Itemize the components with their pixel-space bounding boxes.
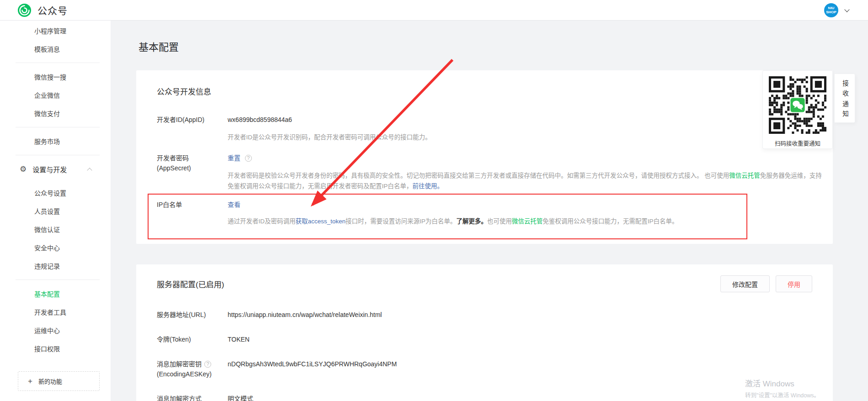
dev-info-card: 公众号开发信息 开发者ID(AppID) wx6899bcd8598844a6 … — [136, 70, 833, 244]
qr-caption: 扫码接收重要通知 — [763, 139, 832, 148]
receive-notifications-tab[interactable]: 接收通知 — [834, 74, 855, 123]
sidebar: 小程序管理 模板消息 微信搜一搜 企业微信 微信支付 服务市场 ⚙ 设置与开发 … — [0, 21, 111, 401]
receive-notifications-label: 接收通知 — [840, 76, 849, 121]
page-title: 基本配置 — [138, 41, 868, 54]
ip-desc-text4: 免鉴权调用公众号接口能力，无需配置IP白名单。 — [543, 218, 678, 225]
sidebar-divider — [16, 155, 100, 155]
ip-whitelist-desc: 通过开发者ID及密码调用获取access_token接口时，需要设置访问来源IP… — [228, 216, 822, 227]
learn-more-link[interactable]: 了解更多。 — [456, 218, 487, 225]
brand: 公众号 — [17, 3, 68, 17]
sidebar-divider — [16, 127, 100, 127]
appid-value: wx6899bcd8598844a6 — [228, 115, 822, 125]
plus-icon: + — [28, 377, 32, 386]
qr-notification-card: 扫码接收重要通知 — [762, 70, 833, 149]
appsecret-desc: 开发者密码是校验公众号开发者身份的密码，具有极高的安全性。切记勿把密码直接交给第… — [228, 170, 822, 191]
cloud-hosting-link-2[interactable]: 微信云托管 — [512, 218, 543, 225]
aeskey-label: 消息加解密密钥? (EncodingAESKey) — [157, 359, 216, 379]
sidebar-item-wechat-pay[interactable]: 微信支付 — [0, 104, 111, 122]
modify-config-button[interactable]: 修改配置 — [720, 275, 770, 292]
wechat-mp-logo-icon — [17, 3, 32, 17]
appsecret-row: 开发者密码(AppSecret) 重置 ? 开发者密码是校验公众号开发者身份的密… — [157, 153, 822, 191]
brand-title: 公众号 — [37, 3, 68, 17]
qr-code — [769, 76, 826, 134]
sidebar-item-wecom[interactable]: 企业微信 — [0, 86, 111, 104]
ip-whitelist-view-link[interactable]: 查看 — [228, 201, 240, 208]
sidebar-item-ops-center[interactable]: 运维中心 — [0, 321, 111, 339]
ip-desc-text3: 也可使用 — [487, 218, 512, 225]
appsecret-desc-text: 开发者密码是校验公众号开发者身份的密码，具有极高的安全性。切记勿把密码直接交给第… — [228, 172, 729, 179]
disable-button[interactable]: 停用 — [776, 275, 812, 292]
sidebar-item-security-center[interactable]: 安全中心 — [0, 238, 111, 257]
server-config-heading: 服务器配置(已启用) — [157, 278, 224, 290]
server-url-value: https://uniapp.niuteam.cn/wap/wchat/rela… — [228, 310, 382, 320]
sidebar-divider — [16, 280, 100, 280]
appsecret-reset-link[interactable]: 重置 — [228, 154, 240, 162]
sidebar-divider — [16, 63, 100, 63]
sidebar-item-developer-tools[interactable]: 开发者工具 — [0, 303, 111, 321]
main-content: 基本配置 公众号开发信息 开发者ID(AppID) wx6899bcd85988… — [111, 21, 868, 401]
avatar-text-line1: Niu — [828, 6, 835, 10]
sidebar-item-violation-records[interactable]: 违规记录 — [0, 257, 111, 275]
encrypt-mode-value: 明文模式 — [228, 394, 253, 401]
cloud-hosting-link[interactable]: 微信云托管 — [729, 172, 760, 179]
server-config-card: 服务器配置(已启用) 修改配置 停用 服务器地址(URL) https://un… — [136, 264, 833, 401]
top-bar: 公众号 Niu Shop — [0, 0, 868, 21]
sidebar-item-api-permissions[interactable]: 接口权限 — [0, 339, 111, 358]
aeskey-label-line2: (EncodingAESKey) — [157, 369, 216, 379]
new-feature-label: 新的功能 — [38, 377, 62, 385]
sidebar-item-account-settings[interactable]: 公众号设置 — [0, 184, 111, 202]
sidebar-item-wechat-verification[interactable]: 微信认证 — [0, 220, 111, 238]
sidebar-item-basic-config[interactable]: 基本配置 — [0, 285, 111, 303]
aeskey-label-line1: 消息加解密密钥 — [157, 360, 202, 368]
chevron-down-icon — [844, 7, 849, 12]
avatar-text-line2: Shop — [826, 10, 836, 14]
gear-icon: ⚙ — [20, 164, 27, 174]
account-menu[interactable]: Niu Shop — [824, 3, 849, 17]
dev-info-heading: 公众号开发信息 — [157, 85, 211, 97]
encrypt-mode-row: 消息加解密方式 明文模式 — [157, 394, 812, 401]
help-icon[interactable]: ? — [245, 155, 252, 162]
server-url-row: 服务器地址(URL) https://uniapp.niuteam.cn/wap… — [157, 310, 812, 320]
appid-label: 开发者ID(AppID) — [157, 115, 216, 142]
appid-desc: 开发者ID是公众号开发识别码，配合开发者密码可调用公众号的接口能力。 — [228, 132, 822, 142]
sidebar-item-template-message[interactable]: 模板消息 — [0, 40, 111, 58]
go-use-link[interactable]: 前往使用。 — [412, 183, 443, 190]
avatar[interactable]: Niu Shop — [824, 3, 838, 17]
token-row: 令牌(Token) TOKEN — [157, 334, 812, 344]
access-token-link[interactable]: 获取access_token — [296, 218, 346, 225]
ip-desc-text2: 接口时，需要设置访问来源IP为白名单。 — [346, 218, 456, 225]
token-value: TOKEN — [228, 334, 250, 344]
new-feature-button[interactable]: + 新的功能 — [18, 371, 100, 391]
aeskey-row: 消息加解密密钥? (EncodingAESKey) nDQRbgsAh3Wted… — [157, 359, 812, 379]
help-icon[interactable]: ? — [204, 361, 211, 368]
sidebar-group-settings-dev[interactable]: ⚙ 设置与开发 — [0, 160, 111, 178]
appid-row: 开发者ID(AppID) wx6899bcd8598844a6 开发者ID是公众… — [157, 115, 822, 142]
sidebar-item-staff-settings[interactable]: 人员设置 — [0, 202, 111, 220]
appsecret-label: 开发者密码(AppSecret) — [157, 153, 216, 191]
ip-whitelist-row: IP白名单 查看 通过开发者ID及密码调用获取access_token接口时，需… — [157, 200, 822, 227]
sidebar-group-label: 设置与开发 — [32, 164, 67, 174]
aeskey-value: nDQRbgsAh3WtedL9wbFC1iLSYJQ6PRWHRqGoayi4… — [228, 359, 397, 379]
token-label: 令牌(Token) — [157, 334, 216, 344]
sidebar-item-service-market[interactable]: 服务市场 — [0, 132, 111, 150]
chevron-up-icon — [87, 168, 92, 173]
server-url-label: 服务器地址(URL) — [157, 310, 216, 320]
ip-whitelist-label: IP白名单 — [157, 200, 216, 227]
sidebar-item-miniprogram[interactable]: 小程序管理 — [0, 21, 111, 40]
ip-desc-text1: 通过开发者ID及密码调用 — [228, 218, 296, 225]
sidebar-item-wechat-search[interactable]: 微信搜一搜 — [0, 68, 111, 86]
encrypt-mode-label: 消息加解密方式 — [157, 394, 216, 401]
